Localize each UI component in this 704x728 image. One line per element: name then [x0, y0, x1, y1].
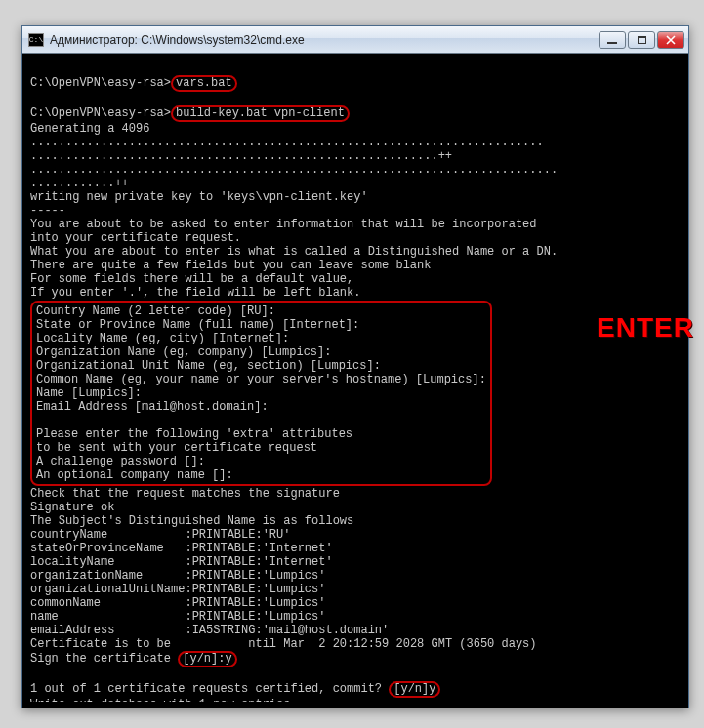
cmd-window: C:\ Администратор: C:\Windows\system32\c… [21, 25, 689, 708]
prompt: C:\OpenVPN\easy-rsa>vars.bat [30, 76, 237, 90]
output-line: writing new private key to 'keys\vpn-cli… [30, 190, 368, 204]
highlight-commit-yn: [y/n]y [389, 681, 440, 698]
output-line: Signature ok [30, 501, 114, 514]
close-icon [666, 35, 676, 45]
minimize-button[interactable] [599, 31, 626, 49]
enter-annotation: ENTER [597, 312, 694, 344]
output-line: ----- [30, 204, 65, 218]
output-line: Check that the request matches the signa… [30, 487, 340, 501]
output-line: There are quite a few fields but you can… [30, 259, 431, 272]
output-line: Certificate is to be ntil Mar 2 20:12:59… [30, 637, 537, 651]
output-line: ........................................… [30, 149, 452, 163]
output-line: organizationalUnitName:PRINTABLE:'Lumpic… [30, 583, 325, 596]
highlight-build-key: build-key.bat vpn-client [171, 105, 350, 122]
output-line: ............++ [30, 177, 129, 190]
output-line: For some fields there will be a default … [30, 272, 353, 286]
highlight-dn-fields: Country Name (2 letter code) [RU]: State… [30, 301, 492, 486]
output-line: Write out database with 1 new entries [30, 698, 290, 702]
terminal-output[interactable]: C:\OpenVPN\easy-rsa>vars.bat C:\OpenVPN\… [28, 60, 683, 702]
cmd-icon: C:\ [28, 33, 44, 47]
window-controls [599, 31, 684, 49]
output-line: The Subject's Distinguished Name is as f… [30, 514, 353, 528]
output-line: commonName :PRINTABLE:'Lumpics' [30, 596, 325, 610]
output-line: Sign the certificate [y/n]:y [30, 652, 237, 666]
output-line: name :PRINTABLE:'Lumpics' [30, 610, 325, 624]
output-line: organizationName :PRINTABLE:'Lumpics' [30, 569, 325, 583]
highlight-sign-yn: [y/n]:y [178, 651, 236, 667]
output-line: If you enter '.', the field will be left… [30, 286, 360, 300]
output-line: stateOrProvinceName :PRINTABLE:'Internet… [30, 542, 333, 555]
output-line: You are about to be asked to enter infor… [30, 218, 536, 231]
output-line: 1 out of 1 certificate requests certifie… [30, 682, 440, 696]
output-line: localityName :PRINTABLE:'Internet' [30, 555, 333, 569]
close-button[interactable] [657, 31, 684, 49]
window-title: Администратор: C:\Windows\system32\cmd.e… [50, 33, 599, 47]
maximize-button[interactable] [628, 31, 655, 49]
prompt: C:\OpenVPN\easy-rsa>build-key.bat vpn-cl… [30, 106, 350, 120]
output-line: What you are about to enter is what is c… [30, 245, 558, 259]
output-line: Generating a 4096 [30, 122, 157, 136]
titlebar[interactable]: C:\ Администратор: C:\Windows\system32\c… [22, 26, 688, 54]
output-line: ........................................… [30, 136, 544, 149]
output-line: into your certificate request. [30, 231, 241, 245]
output-line: countryName :PRINTABLE:'RU' [30, 528, 290, 542]
output-line: emailAddress :IA5STRING:'mail@host.domai… [30, 624, 389, 637]
highlight-vars: vars.bat [171, 75, 237, 92]
output-line: ........................................… [30, 163, 558, 177]
